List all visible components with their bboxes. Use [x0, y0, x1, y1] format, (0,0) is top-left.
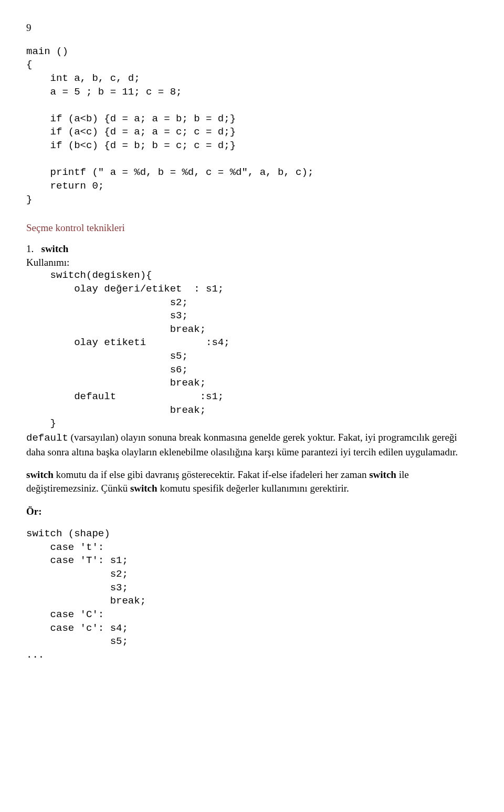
- heading-secme-kontrol: Seçme kontrol teknikleri: [26, 221, 478, 235]
- switch-bold-1: switch: [26, 469, 54, 480]
- switch-intro: 1. switch: [26, 242, 478, 256]
- switch-num: 1.: [26, 243, 34, 254]
- para2-part3: komutu spesifik değerler kullanımını ger…: [158, 483, 349, 494]
- code-block-main: main () { int a, b, c, d; a = 5 ; b = 11…: [26, 45, 478, 207]
- paragraph-switch-behavior: switch komutu da if else gibi davranış g…: [26, 468, 478, 495]
- or-bold: Ör:: [26, 506, 42, 517]
- para2-part1: komutu da if else gibi davranış gösterec…: [54, 469, 369, 480]
- kullanimi-label: Kullanımı:: [26, 256, 478, 269]
- para1-rest: (varsayılan) olayın sonuna break konması…: [26, 432, 458, 457]
- switch-label: switch: [41, 243, 69, 254]
- paragraph-default-explain: default (varsayılan) olayın sonuna break…: [26, 431, 478, 459]
- page-number: 9: [26, 21, 478, 35]
- code-block-switch-example: switch (shape) case 't': case 'T': s1; s…: [26, 527, 478, 662]
- switch-bold-3: switch: [130, 483, 158, 494]
- code-block-switch-usage: switch(degisken){ olay değeri/etiket : s…: [26, 269, 478, 431]
- default-keyword: default: [26, 432, 68, 444]
- switch-bold-2: switch: [369, 469, 396, 480]
- or-label: Ör:: [26, 505, 478, 518]
